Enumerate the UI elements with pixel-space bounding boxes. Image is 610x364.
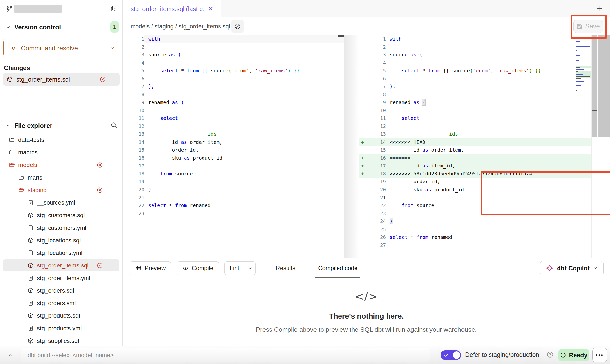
lineage-icon[interactable]	[231, 20, 244, 33]
code-line[interactable]: 23	[123, 209, 344, 217]
code-line[interactable]: 11 select	[123, 114, 344, 122]
dbt-copilot-button[interactable]: dbt Copilot	[540, 261, 604, 275]
branch-name-placeholder[interactable]	[14, 5, 62, 13]
file-tree-item[interactable]: stg_order_items.yml	[0, 272, 122, 284]
tab-results[interactable]: Results	[276, 258, 295, 278]
code-line[interactable]: 26select * from renamed	[359, 233, 591, 241]
code-line[interactable]: 2	[359, 43, 591, 51]
code-line[interactable]: 5 select * from {{ source('ecom', 'raw_i…	[123, 67, 344, 75]
code-line[interactable]: 10	[359, 106, 591, 114]
code-line[interactable]: +17 id as item_id,	[359, 162, 591, 170]
code-line[interactable]: +18>>>>>>> 58c1dd23d5eebd9cd2495fa7124ab…	[359, 170, 591, 178]
more-options-button[interactable]: •••	[592, 348, 607, 362]
code-line[interactable]: 1with	[123, 35, 344, 43]
code-line[interactable]: 21	[359, 194, 591, 201]
code-line[interactable]: 6	[123, 75, 344, 83]
file-tree-item[interactable]: stg_locations.sql	[0, 234, 122, 247]
code-line[interactable]: 5 select * from {{ source('ecom', 'raw_i…	[359, 67, 591, 75]
commit-dropdown-button[interactable]	[105, 39, 119, 57]
code-line[interactable]: 7),	[359, 83, 591, 90]
file-explorer-header[interactable]: File explorer	[0, 119, 122, 132]
close-icon[interactable]: ✕	[208, 5, 213, 13]
code-line[interactable]: 23	[359, 209, 591, 217]
code-line[interactable]: +14<<<<<<< HEAD	[359, 138, 591, 146]
code-line[interactable]: 11 select	[359, 114, 591, 122]
code-line[interactable]: 15 id as order_item,	[359, 146, 591, 154]
code-line[interactable]: 8	[123, 90, 344, 98]
code-line[interactable]: 19 order_id,	[359, 178, 591, 185]
status-badge[interactable]: Ready	[558, 349, 589, 361]
code-line[interactable]: 27	[359, 241, 591, 249]
discard-change-icon[interactable]	[97, 262, 103, 269]
code-line[interactable]: 22select * from renamed	[123, 201, 344, 209]
code-line[interactable]: 1with	[359, 35, 591, 43]
code-line[interactable]: 8	[359, 90, 591, 98]
file-tree-item[interactable]: stg_customers.sql	[0, 209, 122, 221]
code-line[interactable]: 6	[359, 75, 591, 83]
file-tree-item[interactable]: macros	[0, 146, 122, 159]
code-line[interactable]: 7),	[123, 83, 344, 90]
code-line[interactable]: 17	[123, 162, 344, 170]
version-control-header[interactable]: Version control	[0, 20, 122, 34]
code-line[interactable]: 15 order_id,	[123, 146, 344, 154]
file-tree-item[interactable]: __sources.yml	[0, 196, 122, 209]
lint-dropdown-button[interactable]	[244, 262, 255, 275]
code-line[interactable]: 14 id as order_item,	[123, 138, 344, 146]
search-icon[interactable]	[110, 122, 117, 129]
file-tree-item[interactable]: models	[0, 159, 122, 171]
preview-button[interactable]: Preview	[130, 261, 171, 275]
code-line[interactable]: 9renamed as (	[123, 99, 344, 106]
changed-file-row[interactable]: stg_order_items.sql	[3, 73, 120, 86]
lint-button[interactable]: Lint	[225, 262, 244, 275]
file-tree-item[interactable]: stg_supplies.sql	[0, 334, 122, 347]
tab-compiled-code[interactable]: Compiled code	[318, 258, 357, 278]
code-line[interactable]: 20)	[123, 186, 344, 194]
tab-stg-order-items[interactable]: stg_order_items.sql (last c... ✕	[123, 0, 221, 18]
code-line[interactable]: 25	[359, 225, 591, 233]
code-line[interactable]: 9renamed as (	[359, 99, 591, 106]
code-line[interactable]: +16=======	[359, 154, 591, 162]
code-pane-conflicted[interactable]: 1with23source as (45 select * from {{ so…	[359, 35, 591, 258]
minimap[interactable]	[576, 36, 591, 99]
code-line[interactable]: 20 sku as product_id	[359, 186, 591, 194]
file-tree-item[interactable]: staging	[0, 184, 122, 196]
compile-button[interactable]: Compile	[177, 261, 219, 275]
file-tree-item[interactable]: stg_order_items.sql	[0, 259, 122, 272]
code-line[interactable]: 24)	[359, 217, 591, 225]
code-line[interactable]: 10	[123, 106, 344, 114]
code-line[interactable]: 3source as (	[123, 51, 344, 59]
chevron-up-icon[interactable]	[7, 352, 13, 359]
code-line[interactable]: 13 ---------- ids	[359, 130, 591, 138]
editor-scrollbar[interactable]	[598, 35, 610, 137]
file-tree-item[interactable]: stg_locations.yml	[0, 247, 122, 259]
defer-toggle[interactable]	[441, 350, 461, 360]
code-line[interactable]: 4	[123, 59, 344, 67]
discard-change-icon[interactable]	[100, 76, 106, 83]
code-line[interactable]: 19	[123, 178, 344, 185]
code-line[interactable]: 3source as (	[359, 51, 591, 59]
code-line[interactable]: 4	[359, 59, 591, 67]
file-tree-item[interactable]: stg_orders.yml	[0, 297, 122, 309]
save-button[interactable]: Save	[573, 20, 603, 33]
dbt-command-input[interactable]: dbt build --select <model_name>	[21, 348, 430, 362]
file-tree-item[interactable]: stg_products.yml	[0, 322, 122, 334]
left-pane-scrollbar-thumb[interactable]	[338, 35, 344, 37]
file-tree-item[interactable]: data-tests	[0, 133, 122, 146]
file-tree-item[interactable]: marts	[0, 171, 122, 184]
breadcrumb[interactable]: models / staging / stg_order_items.sql	[131, 17, 230, 35]
code-pane-original[interactable]: 1with23source as (45 select * from {{ so…	[123, 35, 344, 258]
git-branch-icon[interactable]	[6, 5, 13, 12]
code-line[interactable]: 21	[123, 194, 344, 201]
code-line[interactable]: 2	[123, 43, 344, 51]
code-line[interactable]: 16 sku as product_id	[123, 154, 344, 162]
file-tree-item[interactable]: stg_orders.sql	[0, 284, 122, 297]
discard-change-icon[interactable]	[97, 187, 103, 193]
code-line[interactable]: 18 from source	[123, 170, 344, 178]
new-tab-icon[interactable]	[596, 5, 604, 12]
commit-button-main[interactable]: Commit and resolve	[4, 39, 105, 57]
file-tree-item[interactable]: stg_customers.yml	[0, 221, 122, 234]
code-line[interactable]: 13 ---------- ids	[123, 130, 344, 138]
minimap-scrollbar[interactable]	[592, 35, 597, 137]
copy-files-icon[interactable]	[110, 5, 117, 12]
code-line[interactable]: 22 from source	[359, 201, 591, 209]
